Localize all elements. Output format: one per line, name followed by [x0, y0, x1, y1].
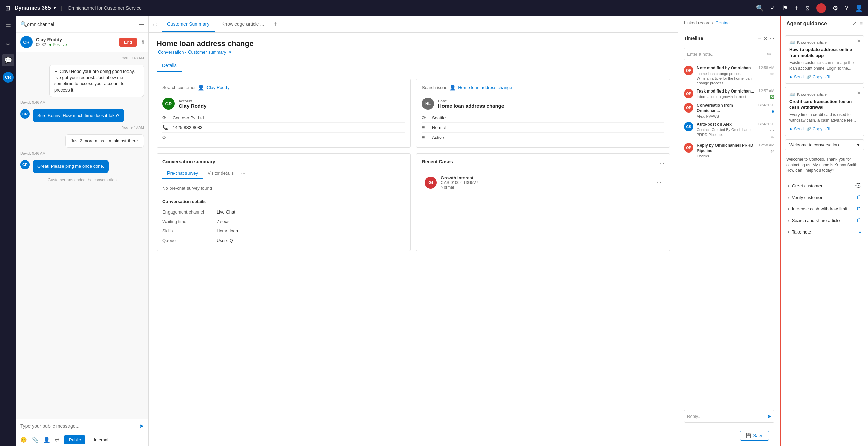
page-subtitle[interactable]: Conversation - Customer summary ▾ [157, 49, 670, 55]
save-button[interactable]: 💾 Save [740, 431, 769, 441]
chat-input[interactable] [20, 423, 136, 429]
checklist-search[interactable]: › Search and share article 🗒 [785, 216, 864, 225]
grid-icon[interactable]: ⊞ [5, 4, 11, 12]
kc-copy-btn-2[interactable]: 🔗 Copy URL [806, 127, 831, 131]
content-area: ‹ › Customer Summary Knowledge article .… [149, 16, 678, 446]
tab-customer-summary[interactable]: Customer Summary [162, 17, 215, 32]
settings-icon[interactable]: ⚙ [833, 4, 838, 12]
system-message: Customer has ended the conversation [20, 178, 144, 182]
quick-reply-icon[interactable]: ⇄ [55, 437, 59, 443]
save-icon: 💾 [746, 433, 751, 438]
timeline-add-icon[interactable]: + [757, 35, 761, 41]
kc-send-btn-2[interactable]: ➤ Send [789, 127, 804, 131]
flag-icon[interactable]: ⚑ [782, 4, 788, 12]
public-button[interactable]: Public [64, 435, 85, 444]
search-customer-icon: 👤 [198, 84, 204, 91]
dropdown-arrow[interactable]: ▾ [54, 6, 56, 11]
tab-knowledge-article[interactable]: Knowledge article ... [216, 17, 270, 32]
verify-icon: 🗒 [856, 195, 861, 200]
send-icon[interactable]: ➤ [139, 422, 144, 430]
checklist-increase[interactable]: › Increase cash withdraw limit 🗒 [785, 204, 864, 214]
welcome-dropdown-label: Welcome to conversation [789, 142, 839, 147]
kc-actions-2: ➤ Send 🔗 Copy URL [789, 127, 860, 131]
linked-records-tab[interactable]: Linked records [684, 20, 713, 27]
minimize-icon[interactable]: — [139, 21, 144, 27]
issue-link[interactable]: Home loan address change [458, 85, 512, 90]
info-icon[interactable]: ℹ [142, 39, 144, 45]
kc-close-1[interactable]: ✕ [857, 38, 861, 44]
timeline-filter-icon[interactable]: ⧖ [764, 35, 767, 41]
waiting-row: Waiting time 7 secs [162, 217, 405, 226]
t-time-2: 12:57 AM [759, 89, 774, 93]
help-icon[interactable]: ? [845, 5, 848, 12]
extra-row: ⟳ --- [162, 132, 405, 142]
queue-value: Users Q [217, 238, 233, 243]
welcome-dropdown[interactable]: Welcome to conversation ▾ [785, 139, 864, 150]
agent-script-icon[interactable]: 👤 [43, 437, 50, 443]
attachment-icon[interactable]: 📎 [32, 437, 39, 443]
note-input[interactable]: Enter a note... ✏ [684, 48, 774, 60]
t-subtitle-5: Thanks. [697, 154, 755, 158]
message-1: Hi Clay! Hope your are doing good today.… [20, 65, 144, 97]
knowledge-card-2: 📖 Knowledge article ✕ Credit card transa… [785, 87, 864, 136]
timestamp-3: You, 9:48 AM [20, 125, 144, 129]
checklist-greet[interactable]: › Greet customer 💬 [785, 181, 864, 190]
timeline-more-icon[interactable]: ··· [770, 35, 774, 41]
visitor-details-tab[interactable]: Visitor details [203, 168, 238, 179]
kc-copy-btn-1[interactable]: 🔗 Copy URL [806, 75, 831, 79]
internal-button[interactable]: Internal [90, 435, 112, 444]
channel-name: Omnichannel for Customer Service [68, 5, 142, 11]
customer-avatar-2: CR [20, 160, 30, 169]
search-nav-icon[interactable]: 🔍 [756, 4, 764, 12]
recent-cases-more[interactable]: ··· [660, 161, 664, 167]
nav-back-arrow[interactable]: ‹ [153, 21, 154, 27]
sidebar-home-icon[interactable]: ⌂ [2, 37, 14, 49]
emoji-icon[interactable]: 😊 [20, 437, 27, 443]
sidebar-chat-icon[interactable]: 💬 [2, 54, 14, 66]
kc-title-2: Credit card transaction fee on cash with… [789, 99, 860, 110]
search-conv-icon[interactable]: 🔍 [20, 21, 27, 27]
no-survey-text: No pre-chat survey found [162, 183, 405, 194]
t-title-4: Auto-post on Alex [697, 122, 754, 127]
kc-title-1: How to update address online from mobile… [789, 47, 860, 59]
page-content: Home loan address change Conversation - … [149, 33, 678, 446]
end-button[interactable]: End [119, 38, 137, 47]
chat-input-area: ➤ 😊 📎 👤 ⇄ Public Internal [16, 419, 148, 446]
kc-body-2: Every time a credit card is used to with… [789, 112, 860, 123]
reply-send-icon[interactable]: ➤ [767, 413, 771, 420]
sidebar-menu-icon[interactable]: ☰ [2, 19, 14, 31]
checklist-note[interactable]: › Take note ≡ [785, 227, 864, 237]
checkmark-icon[interactable]: ✓ [770, 4, 775, 12]
waiting-value: 7 secs [217, 219, 230, 224]
notification-badge[interactable] [816, 3, 826, 13]
company-row: ⟳ Contoso Pvt Ltd [162, 113, 405, 122]
note-pencil-icon: ✏ [767, 51, 771, 57]
user-icon[interactable]: 👤 [855, 4, 863, 12]
t-title-5: Reply by Omnichannel PRRD Pipeline [697, 143, 755, 154]
ag-list-icon[interactable]: ≡ [860, 20, 863, 27]
company-value: Contoso Pvt Ltd [173, 115, 204, 120]
conv-tabs-more[interactable]: ··· [238, 168, 248, 179]
filter-nav-icon[interactable]: ⧖ [805, 5, 810, 12]
contact-tab[interactable]: Contact [715, 20, 731, 27]
message-bubble-3: Just 2 more mins. I'm almost there. [65, 134, 144, 148]
pre-chat-tab[interactable]: Pre-chat survey [162, 168, 203, 179]
t-content-5: Reply by Omnichannel PRRD Pipeline Thank… [697, 143, 755, 158]
kc-send-btn-1[interactable]: ➤ Send [789, 75, 804, 79]
plus-nav-icon[interactable]: + [794, 4, 798, 12]
details-tab[interactable]: Details [157, 60, 182, 72]
checklist-verify[interactable]: › Verify customer 🗒 [785, 192, 864, 202]
priority-row: ≡ Normal [422, 122, 664, 132]
phone-row: 📞 1425-882-8083 [162, 122, 405, 132]
customer-link[interactable]: Clay Roddy [206, 85, 229, 90]
search-issue-label: Search issue [422, 85, 447, 90]
account-row: CR Account Clay Roddy [162, 95, 405, 113]
reply-input[interactable]: Reply... ➤ [684, 410, 774, 423]
tab-add-button[interactable]: + [271, 18, 280, 31]
kc-close-2[interactable]: ✕ [857, 90, 861, 96]
conversation-panel: 🔍 omnichannel — CR Clay Roddy 02:32 ● Po… [16, 16, 149, 446]
ag-expand-icon[interactable]: ⤢ [852, 20, 857, 27]
nav-forward-arrow[interactable]: › [156, 21, 157, 27]
case-item-more[interactable]: ··· [657, 180, 662, 186]
t-title-1: Note modified by Omnichan... [697, 66, 755, 71]
